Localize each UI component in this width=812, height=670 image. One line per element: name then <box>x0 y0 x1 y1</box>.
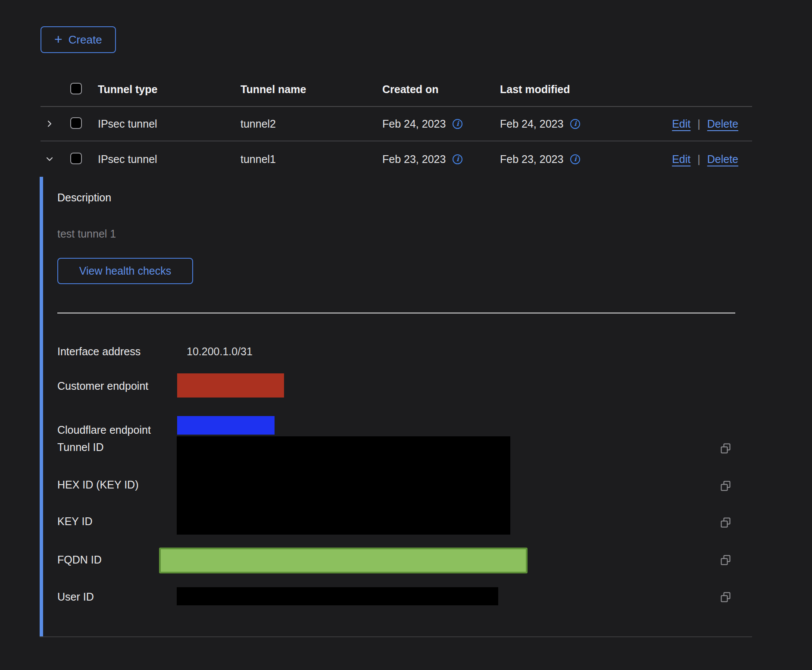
info-icon[interactable]: i <box>570 119 580 129</box>
customer-endpoint-label: Customer endpoint <box>57 380 148 392</box>
view-health-checks-button[interactable]: View health checks <box>57 258 193 284</box>
edit-link[interactable]: Edit <box>672 118 690 130</box>
user-id-label: User ID <box>57 591 94 603</box>
action-separator: | <box>697 153 700 166</box>
tunnel-type-value: IPsec tunnel <box>98 153 240 166</box>
customer-endpoint-redacted-value <box>177 373 284 398</box>
tunnel-name-value: tunnel1 <box>240 153 382 166</box>
copy-icon <box>720 517 731 529</box>
chevron-down-icon <box>45 154 54 164</box>
create-button-label: Create <box>69 33 102 47</box>
delete-link[interactable]: Delete <box>707 118 738 130</box>
row-checkbox[interactable] <box>70 153 82 164</box>
tunnel-id-redacted-values <box>177 436 510 535</box>
column-header-last-modified: Last modified <box>500 83 634 96</box>
plus-icon: + <box>54 32 62 46</box>
column-header-tunnel-name: Tunnel name <box>240 83 382 96</box>
copy-tunnel-id-button[interactable] <box>720 443 731 454</box>
copy-hex-id-button[interactable] <box>720 480 731 492</box>
copy-icon <box>720 480 731 492</box>
expanded-row-accent-bar <box>40 177 43 636</box>
created-on-value: Feb 23, 2023 <box>382 153 446 166</box>
fqdn-id-redacted-value <box>159 548 528 573</box>
expand-row-button[interactable] <box>43 117 56 130</box>
table-row: IPsec tunnel tunnel1 Feb 23, 2023 i Feb … <box>41 141 752 177</box>
hex-id-label: HEX ID (KEY ID) <box>57 479 138 491</box>
action-separator: | <box>697 118 700 130</box>
description-label: Description <box>57 191 111 204</box>
copy-key-id-button[interactable] <box>720 517 731 529</box>
column-header-tunnel-type: Tunnel type <box>98 83 240 96</box>
key-id-label: KEY ID <box>57 515 93 528</box>
tunnels-page: + Create Tunnel type Tunnel name Created… <box>0 0 812 670</box>
info-icon[interactable]: i <box>453 154 462 164</box>
description-value: test tunnel 1 <box>57 228 116 240</box>
created-on-value: Feb 24, 2023 <box>382 118 446 130</box>
row-checkbox[interactable] <box>70 117 82 129</box>
tunnel-type-value: IPsec tunnel <box>98 118 240 130</box>
user-id-redacted-value <box>177 587 498 605</box>
interface-address-value: 10.200.1.0/31 <box>187 345 253 358</box>
column-header-created-on: Created on <box>382 83 500 96</box>
edit-link[interactable]: Edit <box>672 153 690 166</box>
table-row: IPsec tunnel tunnel2 Feb 24, 2023 i Feb … <box>41 107 752 141</box>
fqdn-id-label: FQDN ID <box>57 554 102 566</box>
copy-icon <box>720 443 731 454</box>
delete-link[interactable]: Delete <box>707 153 738 166</box>
copy-fqdn-id-button[interactable] <box>720 554 731 566</box>
select-all-checkbox[interactable] <box>70 83 82 94</box>
copy-icon <box>720 554 731 566</box>
copy-user-id-button[interactable] <box>720 592 731 603</box>
cloudflare-endpoint-redacted-value <box>177 416 275 435</box>
collapse-row-button[interactable] <box>43 153 56 166</box>
cloudflare-endpoint-label: Cloudflare endpoint <box>57 424 151 436</box>
tunnel-details-panel: Description test tunnel 1 View health ch… <box>40 177 752 637</box>
tunnel-id-label: Tunnel ID <box>57 441 103 454</box>
last-modified-value: Feb 23, 2023 <box>500 153 563 166</box>
tunnel-name-value: tunnel2 <box>240 118 382 130</box>
create-button[interactable]: + Create <box>41 26 116 53</box>
interface-address-label: Interface address <box>57 345 141 358</box>
chevron-right-icon <box>45 119 54 128</box>
info-icon[interactable]: i <box>570 154 580 164</box>
tunnels-table: Tunnel type Tunnel name Created on Last … <box>41 72 752 177</box>
info-icon[interactable]: i <box>453 119 462 129</box>
copy-icon <box>720 592 731 603</box>
last-modified-value: Feb 24, 2023 <box>500 118 563 130</box>
details-divider <box>57 313 735 313</box>
header-checkbox-cell <box>70 83 98 96</box>
table-header-row: Tunnel type Tunnel name Created on Last … <box>41 72 752 107</box>
